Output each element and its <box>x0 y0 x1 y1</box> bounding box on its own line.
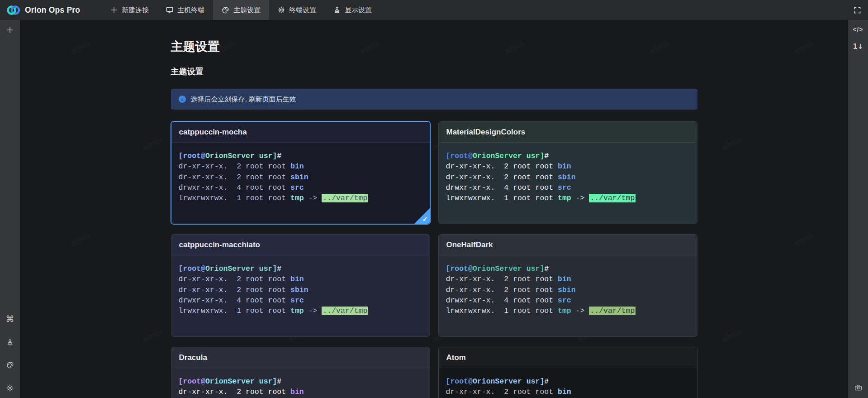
terminal-line: dr-xr-xr-x. 2 root root bin <box>446 161 690 172</box>
gear-icon[interactable] <box>6 384 14 392</box>
watermark-text: admin <box>69 231 91 249</box>
tab-label: 主机终端 <box>177 6 204 14</box>
watermark-text: admin <box>720 135 743 153</box>
terminal-prompt-line: [root@OrionServer usr]# <box>446 376 690 387</box>
camera-icon[interactable] <box>854 384 862 392</box>
watermark-text: admin <box>69 39 91 57</box>
terminal-line: dr-xr-xr-x. 2 root root bin <box>446 387 690 397</box>
nav-tabs: 新建连接主机终端主题设置终端设置显示设置 <box>102 0 380 20</box>
theme-card-catppuccin-macchiato[interactable]: catppuccin-macchiato[root@OrionServer us… <box>171 234 430 337</box>
tab-host-terminal[interactable]: 主机终端 <box>157 0 213 20</box>
theme-card-title: OneHalfDark <box>439 235 697 255</box>
symlink-target: ../var/tmp <box>589 194 636 202</box>
terminal-preview: [root@OrionServer usr]#dr-xr-xr-x. 2 roo… <box>171 255 430 337</box>
theme-card-one-half-dark[interactable]: OneHalfDark[root@OrionServer usr]#dr-xr-… <box>438 234 697 337</box>
terminal-line: lrwxrwxrwx. 1 root root tmp -> ../var/tm… <box>179 306 422 316</box>
theme-card-catppuccin-mocha[interactable]: catppuccin-mocha[root@OrionServer usr]#d… <box>171 121 430 224</box>
terminal-line: drwxr-xr-x. 4 root root src <box>446 295 690 306</box>
command-icon[interactable]: ⌘ <box>6 315 14 323</box>
theme-card-title: MaterialDesignColors <box>439 122 697 143</box>
plus-icon[interactable] <box>6 26 14 34</box>
terminal-line: drwxr-xr-x. 4 root root src <box>179 182 422 193</box>
stamp-icon <box>333 6 341 14</box>
terminal-line: dr-xr-xr-x. 2 root root bin <box>179 161 422 172</box>
theme-card-title: catppuccin-mocha <box>171 122 430 143</box>
watermark-text: admin <box>141 327 164 345</box>
top-navbar: Orion Ops Pro 新建连接主机终端主题设置终端设置显示设置 <box>0 0 868 20</box>
theme-card-grid: catppuccin-mocha[root@OrionServer usr]#d… <box>171 121 697 398</box>
main-content: adminadminadminadminadminadminadminadmin… <box>20 20 848 398</box>
symlink-target: ../var/tmp <box>322 194 368 202</box>
theme-card-dracula[interactable]: Dracula[root@OrionServer usr]#dr-xr-xr-x… <box>171 347 430 398</box>
terminal-preview: [root@OrionServer usr]#dr-xr-xr-x. 2 roo… <box>439 143 697 224</box>
theme-card-atom[interactable]: Atom[root@OrionServer usr]#dr-xr-xr-x. 2… <box>438 347 697 398</box>
terminal-line: dr-xr-xr-x. 2 root root sbin <box>446 285 690 295</box>
brand: Orion Ops Pro <box>0 3 80 18</box>
terminal-preview: [root@OrionServer usr]#dr-xr-xr-x. 2 roo… <box>439 368 697 398</box>
terminal-line: dr-xr-xr-x. 2 root root bin <box>179 387 422 397</box>
palette-icon <box>222 6 229 14</box>
terminal-preview: [root@OrionServer usr]#dr-xr-xr-x. 2 roo… <box>171 368 430 398</box>
terminal-line: lrwxrwxrwx. 1 root root tmp -> ../var/tm… <box>446 306 690 316</box>
watermark-text: admin <box>792 39 815 57</box>
theme-card-title: catppuccin-macchiato <box>171 235 430 255</box>
tab-label: 显示设置 <box>345 6 372 14</box>
terminal-preview: [root@OrionServer usr]#dr-xr-xr-x. 2 roo… <box>171 143 430 224</box>
terminal-line: dr-xr-xr-x. 2 root root sbin <box>179 285 422 295</box>
symlink-target: ../var/tmp <box>322 307 368 315</box>
alert-text: 选择后会立刻保存, 刷新页面后生效 <box>191 95 296 104</box>
terminal-line: dr-xr-xr-x. 2 root root bin <box>179 274 422 284</box>
terminal-line: drwxr-xr-x. 4 root root src <box>179 295 422 306</box>
watermark-text: admin <box>720 327 743 345</box>
stamp-icon[interactable] <box>6 339 14 346</box>
info-alert: i 选择后会立刻保存, 刷新页面后生效 <box>171 89 697 110</box>
terminal-preview: [root@OrionServer usr]#dr-xr-xr-x. 2 roo… <box>439 255 697 337</box>
symlink-target: ../var/tmp <box>589 307 636 315</box>
terminal-line: dr-xr-xr-x. 2 root root sbin <box>179 172 422 182</box>
palette-icon[interactable] <box>6 361 14 369</box>
tab-display-settings[interactable]: 显示设置 <box>325 0 380 20</box>
code-icon[interactable]: </> <box>853 26 863 33</box>
info-icon: i <box>179 96 186 103</box>
theme-card-title: Atom <box>439 347 697 368</box>
terminal-line: drwxr-xr-x. 4 root root src <box>446 182 690 193</box>
left-toolbar: ⌘ <box>0 20 20 398</box>
tab-label: 新建连接 <box>122 6 149 14</box>
tab-label: 主题设置 <box>233 6 261 14</box>
check-icon: ✓ <box>422 216 428 223</box>
terminal-prompt-line: [root@OrionServer usr]# <box>179 151 422 161</box>
terminal-prompt-line: [root@OrionServer usr]# <box>179 264 422 274</box>
terminal-prompt-line: [root@OrionServer usr]# <box>446 264 690 274</box>
right-toolbar: </>1↓ <box>848 20 868 398</box>
theme-card-material-design-colors[interactable]: MaterialDesignColors[root@OrionServer us… <box>438 121 697 224</box>
tab-theme-settings[interactable]: 主题设置 <box>213 0 269 20</box>
tab-label: 终端设置 <box>289 6 316 14</box>
terminal-line: dr-xr-xr-x. 2 root root sbin <box>446 172 690 182</box>
plus-icon <box>110 6 118 14</box>
fullscreen-icon[interactable] <box>854 6 861 14</box>
tab-new-connection[interactable]: 新建连接 <box>102 0 157 20</box>
gear-icon <box>278 6 285 14</box>
app-title: Orion Ops Pro <box>25 5 80 15</box>
terminal-prompt-line: [root@OrionServer usr]# <box>179 376 422 387</box>
terminal-line: dr-xr-xr-x. 2 root root bin <box>446 274 690 284</box>
section-title: 主题设置 <box>171 66 697 77</box>
terminal-line: lrwxrwxrwx. 1 root root tmp -> ../var/tm… <box>446 193 690 203</box>
theme-card-title: Dracula <box>171 347 430 368</box>
terminal-prompt-line: [root@OrionServer usr]# <box>446 151 690 161</box>
sort-icon[interactable]: 1↓ <box>853 43 863 50</box>
app-logo-icon <box>6 3 21 18</box>
terminal-line: lrwxrwxrwx. 1 root root tmp -> ../var/tm… <box>179 193 422 203</box>
watermark-text: admin <box>141 135 164 153</box>
monitor-icon <box>166 6 173 14</box>
tab-terminal-settings[interactable]: 终端设置 <box>269 0 325 20</box>
watermark-text: admin <box>792 231 815 249</box>
page-title: 主题设置 <box>171 39 697 54</box>
